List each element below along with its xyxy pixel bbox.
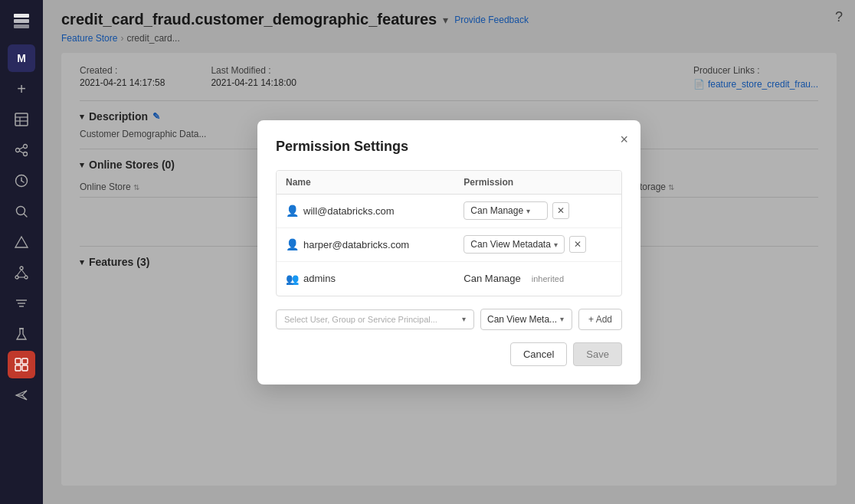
add-permission-dropdown[interactable]: Can View Meta... ▾ (480, 309, 572, 330)
perm-control-will: Can Manage ▾ ✕ (464, 201, 612, 220)
svg-rect-0 (14, 14, 29, 18)
perm-name-harper: 👤 harper@databricks.com (286, 238, 464, 250)
modal-close-button[interactable]: × (620, 133, 628, 146)
svg-line-21 (17, 270, 21, 276)
sidebar-item-clock[interactable] (8, 167, 35, 195)
perm-name-will: 👤 will@databricks.com (286, 205, 464, 217)
svg-rect-3 (15, 113, 28, 126)
sidebar-item-filter[interactable] (8, 290, 35, 317)
inherited-badge-admins: inherited (532, 274, 564, 283)
perm-remove-harper[interactable]: ✕ (569, 236, 586, 253)
add-permission-arrow: ▾ (560, 315, 564, 323)
perm-email-will: will@databricks.com (303, 205, 395, 217)
perm-control-harper: Can View Metadata ▾ ✕ (464, 235, 612, 254)
permission-settings-modal: Permission Settings × Name Permission 👤 … (257, 120, 640, 385)
perm-remove-will[interactable]: ✕ (552, 202, 569, 219)
modal-footer: Cancel Save (276, 342, 622, 366)
add-permission-value: Can View Meta... (487, 314, 557, 325)
user-icon-will: 👤 (286, 205, 299, 217)
svg-line-11 (20, 151, 24, 153)
sidebar-item-triangle[interactable] (8, 228, 35, 256)
perm-value-harper: Can View Metadata (470, 239, 551, 250)
svg-point-19 (15, 276, 18, 279)
sidebar-item-add[interactable]: + (8, 75, 35, 103)
sidebar-item-send[interactable] (8, 381, 35, 409)
svg-line-10 (20, 147, 24, 149)
main-content: ? credit_card_fraud.customer_demographic… (43, 0, 855, 504)
user-select-arrow: ▾ (462, 315, 466, 323)
svg-point-7 (16, 149, 20, 152)
perm-table-header: Name Permission (277, 171, 621, 195)
svg-point-15 (17, 207, 25, 215)
modal-overlay: Permission Settings × Name Permission 👤 … (43, 0, 855, 504)
perm-row-will: 👤 will@databricks.com Can Manage ▾ ✕ (277, 195, 621, 228)
sidebar-item-flask[interactable] (8, 320, 35, 348)
svg-point-9 (24, 152, 28, 156)
permissions-table: Name Permission 👤 will@databricks.com Ca… (276, 170, 622, 296)
svg-rect-1 (14, 19, 29, 23)
add-button-label: + Add (588, 314, 612, 325)
perm-row-admins: 👥 admins Can Manage inherited (277, 262, 621, 296)
save-button[interactable]: Save (573, 342, 622, 366)
perm-dropdown-arrow-harper: ▾ (554, 241, 558, 249)
svg-line-14 (21, 181, 24, 182)
svg-rect-28 (15, 358, 21, 364)
perm-row-harper: 👤 harper@databricks.com Can View Metadat… (277, 228, 621, 262)
svg-point-8 (24, 145, 28, 149)
perm-name-admins: 👥 admins (286, 273, 464, 285)
add-row: Select User, Group or Service Principal.… (276, 309, 622, 330)
sidebar: M + (0, 0, 43, 504)
user-icon-harper: 👤 (286, 238, 299, 250)
svg-line-22 (21, 270, 26, 276)
perm-col-name-header: Name (286, 177, 464, 188)
svg-point-18 (20, 267, 23, 270)
perm-dropdown-will[interactable]: Can Manage ▾ (464, 201, 548, 220)
add-button[interactable]: + Add (578, 309, 622, 330)
user-select-dropdown[interactable]: Select User, Group or Service Principal.… (276, 309, 474, 329)
sidebar-item-workspace[interactable]: M (8, 44, 35, 72)
svg-rect-30 (15, 365, 21, 371)
svg-point-20 (25, 276, 28, 279)
perm-control-admins: Can Manage inherited (464, 273, 612, 284)
modal-title: Permission Settings (276, 139, 622, 155)
sidebar-item-nodes[interactable] (8, 259, 35, 286)
perm-dropdown-arrow-will: ▾ (526, 207, 530, 215)
perm-value-will: Can Manage (470, 205, 523, 216)
sidebar-item-graph[interactable] (8, 136, 35, 164)
sidebar-logo (8, 8, 35, 35)
perm-email-harper: harper@databricks.com (303, 239, 409, 250)
svg-rect-2 (14, 25, 29, 28)
sidebar-item-table[interactable] (8, 106, 35, 133)
group-icon-admins: 👥 (286, 273, 299, 285)
cancel-button[interactable]: Cancel (510, 342, 567, 366)
sidebar-item-search[interactable] (8, 198, 35, 225)
sidebar-item-active[interactable] (8, 351, 35, 378)
perm-value-admins: Can Manage (464, 273, 520, 284)
svg-rect-29 (22, 358, 28, 364)
user-select-placeholder: Select User, Group or Service Principal.… (284, 315, 437, 324)
svg-rect-31 (22, 365, 28, 371)
perm-col-perm-header: Permission (464, 177, 612, 188)
perm-dropdown-harper[interactable]: Can View Metadata ▾ (464, 235, 565, 254)
svg-marker-17 (15, 237, 28, 247)
perm-name-admins-text: admins (303, 273, 336, 284)
svg-line-16 (25, 214, 28, 218)
